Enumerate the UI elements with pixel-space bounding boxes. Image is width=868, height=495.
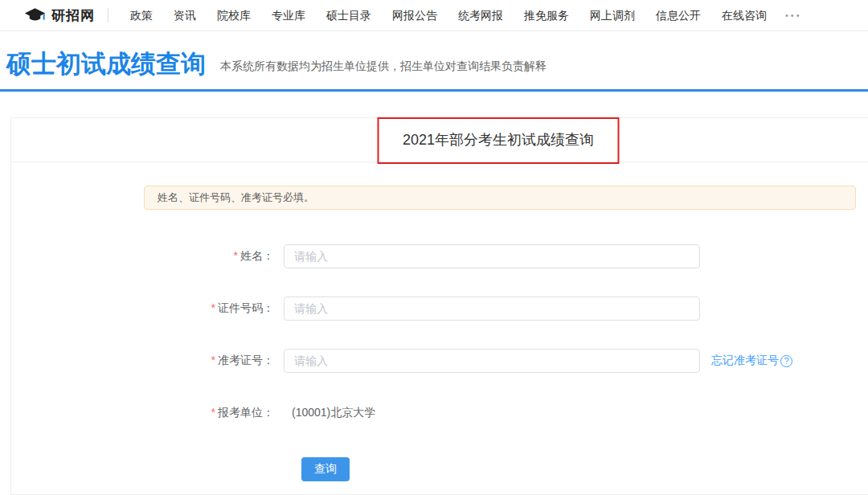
nav-divider (108, 8, 108, 22)
query-button[interactable]: 查询 (301, 457, 350, 481)
site-logo[interactable]: 研招网 (24, 6, 95, 25)
nav-item-master-catalog[interactable]: 硕士目录 (316, 0, 382, 31)
form-row-institution: *报考单位： (10001)北京大学 (11, 401, 868, 425)
question-circle-icon: ? (780, 355, 792, 367)
nav-item-unified-exam-report[interactable]: 统考网报 (448, 0, 514, 31)
name-input[interactable] (284, 244, 700, 268)
nav-more-ellipsis-icon[interactable]: ••• (777, 10, 810, 20)
id-number-label: *证件号码： (11, 301, 274, 316)
forgot-ticket-link[interactable]: 忘记准考证号? (711, 354, 792, 368)
graduation-cap-icon (24, 7, 46, 24)
nav-item-online-report-notice[interactable]: 网报公告 (382, 0, 448, 31)
nav-item-news[interactable]: 资讯 (163, 0, 207, 31)
institution-label: *报考单位： (11, 406, 274, 420)
required-asterisk: * (211, 354, 215, 366)
page-header: 硕士初试成绩查询 本系统所有数据均为招生单位提供，招生单位对查询结果负责解释 (0, 31, 868, 92)
card-header: 2021年部分考生初试成绩查询 (11, 118, 868, 162)
nav-item-online-consult[interactable]: 在线咨询 (711, 0, 777, 31)
nav-item-college-library[interactable]: 院校库 (207, 0, 261, 31)
nav-item-info-disclosure[interactable]: 信息公开 (645, 0, 711, 31)
score-query-card: 2021年部分考生初试成绩查询 姓名、证件号码、准考证号必填。 *姓名： *证件… (10, 117, 868, 495)
name-label: *姓名： (11, 249, 274, 264)
required-asterisk: * (211, 406, 215, 419)
admission-ticket-input[interactable] (284, 349, 700, 373)
card-body: 姓名、证件号码、准考证号必填。 *姓名： *证件号码： *准考证号： (11, 162, 868, 481)
brand-name: 研招网 (51, 6, 95, 25)
nav-item-major-library[interactable]: 专业库 (261, 0, 316, 31)
score-query-form: *姓名： *证件号码： *准考证号： 忘记准考证号? (11, 244, 868, 481)
form-row-name: *姓名： (11, 244, 868, 268)
required-fields-notice: 姓名、证件号码、准考证号必填。 (144, 186, 856, 210)
admission-ticket-label: *准考证号： (11, 354, 274, 368)
id-number-input[interactable] (284, 297, 700, 321)
required-asterisk: * (211, 301, 215, 314)
main-nav: 政策 资讯 院校库 专业库 硕士目录 网报公告 统考网报 推免服务 网上调剂 信… (120, 0, 810, 31)
form-row-id-number: *证件号码： (11, 297, 868, 321)
page-subtitle: 本系统所有数据均为招生单位提供，招生单位对查询结果负责解释 (220, 59, 547, 74)
institution-value: (10001)北京大学 (284, 406, 375, 420)
submit-row: 查询 (11, 457, 868, 481)
nav-item-policy[interactable]: 政策 (120, 0, 163, 31)
form-row-admission-ticket: *准考证号： 忘记准考证号? (11, 349, 868, 373)
page-title: 硕士初试成绩查询 (6, 51, 206, 78)
top-navigation: 研招网 政策 资讯 院校库 专业库 硕士目录 网报公告 统考网报 推免服务 网上… (0, 0, 868, 31)
required-asterisk: * (234, 249, 238, 262)
nav-item-exempt-service[interactable]: 推免服务 (514, 0, 579, 31)
nav-item-online-adjustment[interactable]: 网上调剂 (579, 0, 645, 31)
card-title: 2021年部分考生初试成绩查询 (403, 130, 594, 149)
